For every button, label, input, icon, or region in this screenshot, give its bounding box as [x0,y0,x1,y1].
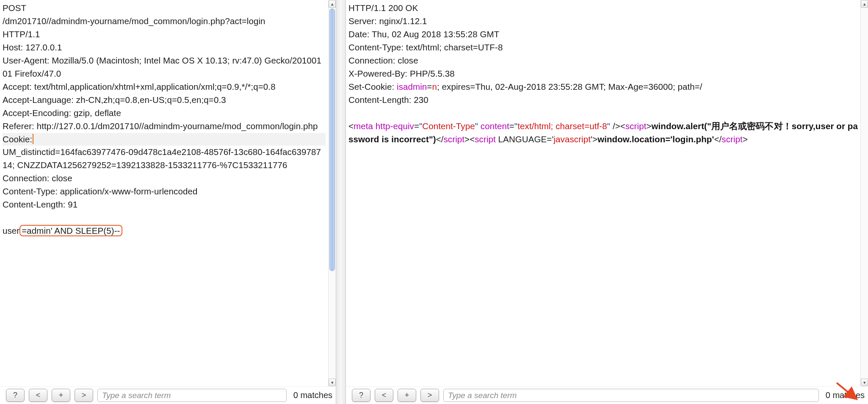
gt: > [646,121,651,131]
request-line: Referer: http://127.0.0.1/dm201710//admi… [3,120,326,133]
setcookie-prefix: Set-Cookie: [348,82,397,91]
prev-match-button[interactable]: < [29,389,47,402]
gt: > [464,134,470,144]
response-line: Connection: close [348,54,858,67]
request-line: POST [3,2,326,15]
help-button[interactable]: ? [6,389,25,402]
response-scrollbar[interactable]: ▴ ▾ [860,0,868,386]
response-panel: HTTP/1.1 200 OK Server: nginx/1.12.1 Dat… [346,0,868,404]
response-line: HTTP/1.1 200 OK [348,2,858,15]
q: " [475,121,478,131]
script-tag: script [625,121,647,131]
add-button[interactable]: + [52,389,70,402]
lang-close: '> [591,134,597,144]
request-line: Content-Length: 91 [3,198,326,211]
cookie-value: n [432,82,437,91]
close-angle: </ [714,134,721,144]
match-count: 0 matches [823,390,865,400]
text-caret-icon [33,134,33,144]
script-tag: script [475,134,496,144]
selfclose: /> [610,121,620,131]
set-cookie-line: Set-Cookie: isadmin=n; expires=Thu, 02-A… [348,80,858,94]
cookie-header-line: Cookie: [3,133,326,146]
script-tag: script [721,134,743,144]
cookie-name: isadmin [397,82,427,91]
request-line: Accept-Language: zh-CN,zh;q=0.8,en-US;q=… [3,94,326,107]
response-textview[interactable]: HTTP/1.1 200 OK Server: nginx/1.12.1 Dat… [346,0,860,386]
request-line: Host: 127.0.0.1 [3,41,326,54]
scroll-down-icon[interactable]: ▾ [861,379,868,386]
request-line: Accept: text/html,application/xhtml+xml,… [3,80,326,94]
search-input[interactable] [443,389,819,402]
match-count: 0 matches [291,390,332,400]
blank-line [348,107,858,120]
request-line: /dm201710//admindm-yourname/mod_common/l… [3,15,326,28]
response-line: Content-Length: 230 [348,94,858,107]
eq: = [414,121,419,131]
request-scrollbar[interactable]: ▴ ▾ [328,0,336,386]
scroll-thumb[interactable] [329,8,335,271]
lang-attr: LANGUAGE=' [496,134,554,144]
request-body-line: user=admin' AND SLEEP(5)-- [3,224,326,238]
eq: = [427,82,432,91]
charset-value: text/html; charset=utf-8 [517,121,607,131]
response-content-wrap: HTTP/1.1 200 OK Server: nginx/1.12.1 Dat… [346,0,868,386]
request-line: UM_distinctid=164fac63977476-09d478c1a4e… [3,146,326,172]
request-line: Connection: close [3,172,326,185]
scroll-up-icon[interactable]: ▴ [329,0,336,8]
body-prefix: user [3,226,19,235]
search-input[interactable] [97,389,287,402]
request-search-bar: ? < + > 0 matches [0,386,336,404]
request-line: Accept-Encoding: gzip, deflate [3,107,326,120]
sql-injection-highlight: =admin' AND SLEEP(5)-- [19,225,122,236]
angle-bracket: < [470,134,475,144]
response-line: Server: nginx/1.12.1 [348,15,858,28]
split-divider[interactable] [336,0,346,404]
eq: = [509,121,514,131]
blank-line [3,211,326,224]
response-line: X-Powered-By: PHP/5.5.38 [348,67,858,80]
content-type-value: Content-Type [422,121,475,131]
request-content-wrap: POST /dm201710//admindm-yourname/mod_com… [0,0,336,386]
http-equiv-attr: http-equiv [376,121,414,131]
prev-match-button[interactable]: < [375,389,393,402]
response-search-bar: ? < + > 0 matches [346,386,868,404]
response-body: <meta http-equiv="Content-Type" content=… [348,120,858,146]
meta-tag: meta [354,121,373,131]
response-line: Content-Type: text/html; charset=UTF-8 [348,41,858,54]
scroll-up-icon[interactable]: ▴ [861,0,868,8]
angle-bracket: < [348,121,354,131]
content-attr: content [481,121,509,131]
request-panel: POST /dm201710//admindm-yourname/mod_com… [0,0,336,404]
add-button[interactable]: + [398,389,416,402]
request-line: User-Agent: Mozilla/5.0 (Macintosh; Inte… [3,54,326,80]
cookie-label: Cookie: [3,134,32,144]
help-button[interactable]: ? [352,389,370,402]
scroll-down-icon[interactable]: ▾ [329,379,336,386]
javascript-value: javascript [553,134,591,144]
next-match-button[interactable]: > [420,389,439,402]
location-js: window.location='login.php' [597,134,714,144]
gt: > [743,134,748,144]
request-textview[interactable]: POST /dm201710//admindm-yourname/mod_com… [0,0,328,386]
next-match-button[interactable]: > [75,389,93,402]
response-line: Date: Thu, 02 Aug 2018 13:55:28 GMT [348,28,858,41]
script-tag: script [444,134,465,144]
request-line: HTTP/1.1 [3,28,326,41]
request-line: Content-Type: application/x-www-form-url… [3,185,326,198]
close-angle: </ [436,134,444,144]
setcookie-rest: ; expires=Thu, 02-Aug-2018 23:55:28 GMT;… [437,82,702,91]
angle-bracket: < [620,121,625,131]
